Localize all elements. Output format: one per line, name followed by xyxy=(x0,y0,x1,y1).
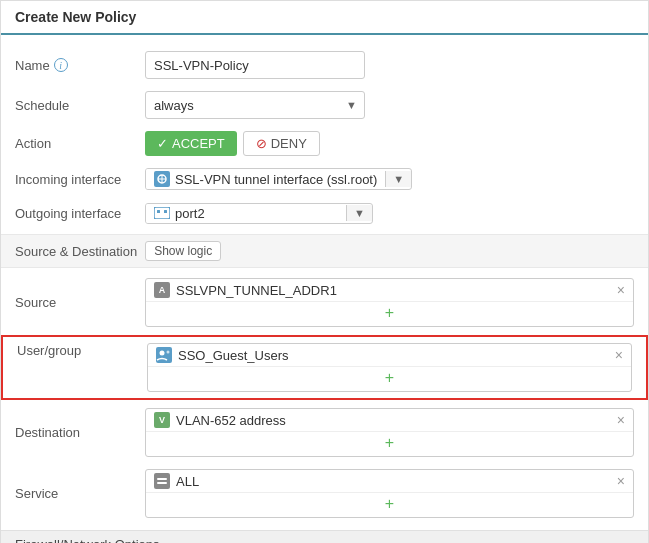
svg-text:A: A xyxy=(159,285,166,295)
service-tag-item: ALL × xyxy=(146,470,633,492)
deny-icon: ⊘ xyxy=(256,136,267,151)
svg-rect-16 xyxy=(157,482,167,484)
name-label: Name i xyxy=(15,58,145,73)
incoming-label: Incoming interface xyxy=(15,172,145,187)
source-tag-icon: A xyxy=(154,282,170,298)
source-tag-add[interactable]: + xyxy=(146,301,633,326)
schedule-label: Schedule xyxy=(15,98,145,113)
user-group-tag-add[interactable]: + xyxy=(148,366,631,391)
user-group-tag-icon xyxy=(156,347,172,363)
action-buttons: ✓ ACCEPT ⊘ DENY xyxy=(145,131,634,156)
destination-label: Destination xyxy=(15,425,145,440)
outgoing-control: port2 ▼ xyxy=(145,203,634,224)
destination-row: Destination V VLAN-652 address × + xyxy=(1,402,648,463)
svg-point-11 xyxy=(167,351,170,354)
source-label: Source xyxy=(15,295,145,310)
name-row: Name i xyxy=(1,45,648,85)
service-tag-add[interactable]: + xyxy=(146,492,633,517)
destination-tag-icon: V xyxy=(154,412,170,428)
firewall-section-header: Firewall/Network Options xyxy=(1,530,648,543)
source-tag-close[interactable]: × xyxy=(617,283,625,297)
name-info-icon[interactable]: i xyxy=(54,58,68,72)
outgoing-select-wrapper: port2 ▼ xyxy=(145,203,373,224)
window-title: Create New Policy xyxy=(1,1,648,35)
create-policy-window: Create New Policy Name i Schedule xyxy=(0,0,649,543)
service-tag-close[interactable]: × xyxy=(617,474,625,488)
source-control: A SSLVPN_TUNNEL_ADDR1 × + xyxy=(145,278,634,327)
svg-point-10 xyxy=(160,351,165,356)
user-group-tag-item: SSO_Guest_Users × xyxy=(148,344,631,366)
service-control: ALL × + xyxy=(145,469,634,518)
incoming-select-wrapper: SSL-VPN tunnel interface (ssl.root) ▼ xyxy=(145,168,412,190)
user-group-label: User/group xyxy=(17,343,147,358)
source-dest-section: Source & Destination Show logic xyxy=(1,234,648,268)
action-label: Action xyxy=(15,136,145,151)
incoming-arrow-icon[interactable]: ▼ xyxy=(385,171,411,187)
schedule-select[interactable]: always xyxy=(145,91,365,119)
accept-button[interactable]: ✓ ACCEPT xyxy=(145,131,237,156)
user-group-row: User/group SSO_Guest_Users × + xyxy=(1,335,648,400)
service-row: Service ALL × + xyxy=(1,463,648,524)
destination-control: V VLAN-652 address × + xyxy=(145,408,634,457)
source-tag-container: A SSLVPN_TUNNEL_ADDR1 × + xyxy=(145,278,634,327)
outgoing-label: Outgoing interface xyxy=(15,206,145,221)
name-control xyxy=(145,51,634,79)
outgoing-arrow-icon[interactable]: ▼ xyxy=(346,205,372,221)
destination-tag-add[interactable]: + xyxy=(146,431,633,456)
destination-tag-item: V VLAN-652 address × xyxy=(146,409,633,431)
checkmark-icon: ✓ xyxy=(157,136,168,151)
svg-rect-6 xyxy=(164,210,167,213)
incoming-interface-row: Incoming interface SSL-VPN tunnel interf… xyxy=(1,162,648,196)
show-logic-button[interactable]: Show logic xyxy=(145,241,221,261)
action-row: Action ✓ ACCEPT ⊘ DENY xyxy=(1,125,648,162)
user-group-control: SSO_Guest_Users × + xyxy=(147,343,632,392)
name-input[interactable] xyxy=(145,51,365,79)
port-icon xyxy=(154,207,170,219)
user-group-tag-container: SSO_Guest_Users × + xyxy=(147,343,632,392)
service-tag-icon xyxy=(154,473,170,489)
schedule-control: always ▼ xyxy=(145,91,634,119)
svg-rect-9 xyxy=(156,347,172,363)
incoming-value-display: SSL-VPN tunnel interface (ssl.root) xyxy=(146,169,385,189)
deny-button[interactable]: ⊘ DENY xyxy=(243,131,320,156)
svg-rect-5 xyxy=(157,210,160,213)
service-label: Service xyxy=(15,486,145,501)
user-group-tag-close[interactable]: × xyxy=(615,348,623,362)
source-tag-item: A SSLVPN_TUNNEL_ADDR1 × xyxy=(146,279,633,301)
source-row: Source A SSLVPN_TUNNEL_ADDR1 × + xyxy=(1,272,648,333)
svg-rect-15 xyxy=(157,478,167,480)
service-tag-container: ALL × + xyxy=(145,469,634,518)
vpn-icon xyxy=(154,171,170,187)
svg-rect-4 xyxy=(154,207,170,219)
destination-tag-container: V VLAN-652 address × + xyxy=(145,408,634,457)
svg-text:V: V xyxy=(159,415,165,425)
schedule-row: Schedule always ▼ xyxy=(1,85,648,125)
destination-tag-close[interactable]: × xyxy=(617,413,625,427)
form-body: Name i Schedule always ▼ xyxy=(1,35,648,543)
action-control: ✓ ACCEPT ⊘ DENY xyxy=(145,131,634,156)
svg-rect-14 xyxy=(154,473,170,489)
schedule-select-wrapper: always ▼ xyxy=(145,91,365,119)
incoming-control: SSL-VPN tunnel interface (ssl.root) ▼ xyxy=(145,168,634,190)
outgoing-value-display: port2 xyxy=(146,204,346,223)
outgoing-interface-row: Outgoing interface port2 ▼ xyxy=(1,196,648,230)
